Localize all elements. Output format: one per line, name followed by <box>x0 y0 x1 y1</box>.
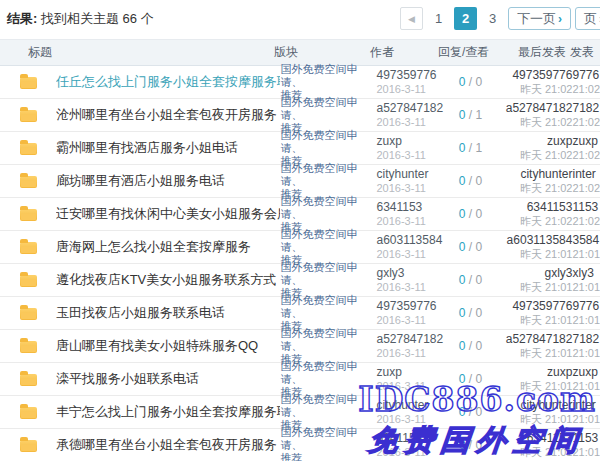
result-count-text: 找到相关主题 66 个 <box>41 11 154 26</box>
forum-link[interactable]: 国外免费空间申请、 <box>280 129 376 155</box>
last-post-time-link[interactable]: 昨天 21:02 <box>496 115 572 129</box>
prev-arrow-icon: ◀ <box>408 14 415 24</box>
last-post-time-link[interactable]: 昨天 21:01 <box>496 379 572 393</box>
post-date: 2016-3-11 <box>376 214 444 228</box>
folder-icon <box>20 209 37 221</box>
last-post-time-link[interactable]: 昨天 21:01 <box>496 412 572 426</box>
author-link[interactable]: 6341153 <box>376 431 444 445</box>
forum-link[interactable]: 国外免费空间申请、 <box>280 195 376 221</box>
header-author: 作者 <box>370 44 438 61</box>
last-post-time-link[interactable]: 昨天 21:02 <box>496 148 572 162</box>
last-post-time-link[interactable]: 昨天 21:01 <box>496 346 572 360</box>
last-post-time-link[interactable]: 昨天 21:01 <box>496 445 572 459</box>
post-date: 2016-3-11 <box>376 247 444 261</box>
prev-page-button[interactable]: ◀ <box>400 7 423 30</box>
last-poster-link[interactable]: 6341153 <box>496 431 572 445</box>
replies-views-cell: 0 / 0 <box>444 339 496 353</box>
last-poster-link[interactable]: a603113584 <box>496 233 572 247</box>
last-poster-link[interactable]: a527847182 <box>496 332 572 346</box>
next-page-button[interactable]: 下一页› <box>508 7 571 30</box>
topic-title-link[interactable]: 唐山哪里有找美女小姐特殊服务QQ <box>56 338 258 353</box>
topic-title-cell: 任丘怎么找上门服务小姐全套按摩服务联系电话 <box>56 73 280 91</box>
topic-icon-cell <box>0 306 56 320</box>
forum-link[interactable]: 国外免费空间申请、 <box>280 162 376 188</box>
replies-views-cell: 0 / 0 <box>444 306 496 320</box>
author-link[interactable]: cityhunter <box>376 398 444 412</box>
topic-title-link[interactable]: 任丘怎么找上门服务小姐全套按摩服务联系电话 <box>56 74 280 89</box>
topic-row: 沧州哪里有坐台小姐全套包夜开房服务 国外免费空间申请、 推荐 a52784718… <box>0 99 600 132</box>
last-post-cell: a527847182 昨天 21:02 <box>496 101 572 129</box>
forum-link[interactable]: 国外免费空间申请、 <box>280 228 376 254</box>
topic-row: 玉田找夜店小姐服务联系电话 国外免费空间申请、 推荐 497359776 201… <box>0 297 600 330</box>
author-link[interactable]: 497359776 <box>376 299 444 313</box>
page-2-current[interactable]: 2 <box>454 7 477 30</box>
last-poster-link[interactable]: zuxp <box>496 134 572 148</box>
topic-title-link[interactable]: 唐海网上怎么找小姐全套按摩服务 <box>56 239 251 254</box>
page-1-link[interactable]: 1 <box>427 7 450 30</box>
author-link[interactable]: zuxp <box>376 365 444 379</box>
forum-link[interactable]: 国外免费空间申请、 <box>280 393 376 419</box>
last-poster-link[interactable]: 497359776 <box>496 68 572 82</box>
last-poster-link[interactable]: cityhunter <box>496 167 572 181</box>
author-link[interactable]: gxly3 <box>376 266 444 280</box>
forum-link[interactable]: 国外免费空间申请、 <box>280 327 376 353</box>
pagination: ◀ 1 2 3 下一页› 页› <box>396 7 600 30</box>
header-replies-views: 回复/查看 <box>438 44 490 61</box>
topic-title-cell: 滦平找服务小姐联系电话 <box>56 370 280 388</box>
topic-row: 唐海网上怎么找小姐全套按摩服务 国外免费空间申请、 推荐 a603113584 … <box>0 231 600 264</box>
folder-icon <box>20 374 37 386</box>
topic-title-link[interactable]: 沧州哪里有坐台小姐全套包夜开房服务 <box>56 107 277 122</box>
author-link[interactable]: 6341153 <box>376 200 444 214</box>
forum-link[interactable]: 国外免费空间申请、 <box>280 96 376 122</box>
forum-link[interactable]: 国外免费空间申请、 <box>280 360 376 386</box>
author-link[interactable]: cityhunter <box>376 167 444 181</box>
clipped-page-button[interactable]: 页› <box>575 7 600 30</box>
last-poster-link[interactable]: a527847182 <box>496 101 572 115</box>
folder-icon <box>20 308 37 320</box>
forum-link[interactable]: 国外免费空间申请、 <box>280 261 376 287</box>
topic-title-cell: 玉田找夜店小姐服务联系电话 <box>56 304 280 322</box>
author-link[interactable]: a527847182 <box>376 332 444 346</box>
topic-title-link[interactable]: 丰宁怎么找上门服务小姐全套按摩服务联系电话 <box>56 404 280 419</box>
topic-title-link[interactable]: 霸州哪里有找酒店服务小姐电话 <box>56 140 238 155</box>
last-poster-link[interactable]: zuxp <box>496 365 572 379</box>
topic-title-link[interactable]: 迁安哪里有找休闲中心美女小姐服务会所小妹联系方式 <box>56 206 280 221</box>
author-link[interactable]: a603113584 <box>376 233 444 247</box>
last-post-time-link[interactable]: 昨天 21:01 <box>496 247 572 261</box>
post-date: 2016-3-11 <box>376 181 444 195</box>
view-count: 0 <box>475 405 482 419</box>
clipped-poster-text: zuxp <box>572 134 600 148</box>
author-cell: 6341153 2016-3-11 <box>376 200 444 228</box>
last-post-cell: 6341153 昨天 21:01 <box>496 431 572 459</box>
last-poster-link[interactable]: 497359776 <box>496 299 572 313</box>
topic-title-link[interactable]: 承德哪里有坐台小姐全套包夜开房服务 <box>56 437 277 452</box>
author-link[interactable]: 497359776 <box>376 68 444 82</box>
clipped-duplicate-cell: xly3 21:01 <box>572 266 600 294</box>
topic-title-link[interactable]: 滦平找服务小姐联系电话 <box>56 371 199 386</box>
last-post-time-link[interactable]: 昨天 21:01 <box>496 280 572 294</box>
last-post-time-link[interactable]: 昨天 21:02 <box>496 181 572 195</box>
topic-title-link[interactable]: 遵化找夜店KTV美女小姐服务联系方式 <box>56 272 276 287</box>
forum-link[interactable]: 国外免费空间申请、 <box>280 426 376 452</box>
topic-row: 霸州哪里有找酒店服务小姐电话 国外免费空间申请、 推荐 zuxp 2016-3-… <box>0 132 600 165</box>
topic-title-link[interactable]: 玉田找夜店小姐服务联系电话 <box>56 305 225 320</box>
last-poster-link[interactable]: 6341153 <box>496 200 572 214</box>
last-post-cell: 497359776 昨天 21:01 <box>496 299 572 327</box>
author-link[interactable]: zuxp <box>376 134 444 148</box>
folder-icon <box>20 110 37 122</box>
last-post-time-link[interactable]: 昨天 21:02 <box>496 82 572 96</box>
last-poster-link[interactable]: gxly3 <box>496 266 572 280</box>
last-post-cell: a603113584 昨天 21:01 <box>496 233 572 261</box>
last-poster-link[interactable]: cityhunter <box>496 398 572 412</box>
author-link[interactable]: a527847182 <box>376 101 444 115</box>
forum-link-line2[interactable]: 推荐 <box>280 452 376 461</box>
last-post-time-link[interactable]: 昨天 21:01 <box>496 313 572 327</box>
topic-title-link[interactable]: 廊坊哪里有酒店小姐服务电话 <box>56 173 225 188</box>
topic-row: 丰宁怎么找上门服务小姐全套按摩服务联系电话 国外免费空间申请、 推荐 cityh… <box>0 396 600 429</box>
folder-icon <box>20 407 37 419</box>
clipped-poster-text: 1153 <box>572 200 600 214</box>
page-3-link[interactable]: 3 <box>481 7 504 30</box>
forum-link[interactable]: 国外免费空间申请、 <box>280 294 376 320</box>
last-post-time-link[interactable]: 昨天 21:02 <box>496 214 572 228</box>
forum-link[interactable]: 国外免费空间申请、 <box>280 63 376 89</box>
